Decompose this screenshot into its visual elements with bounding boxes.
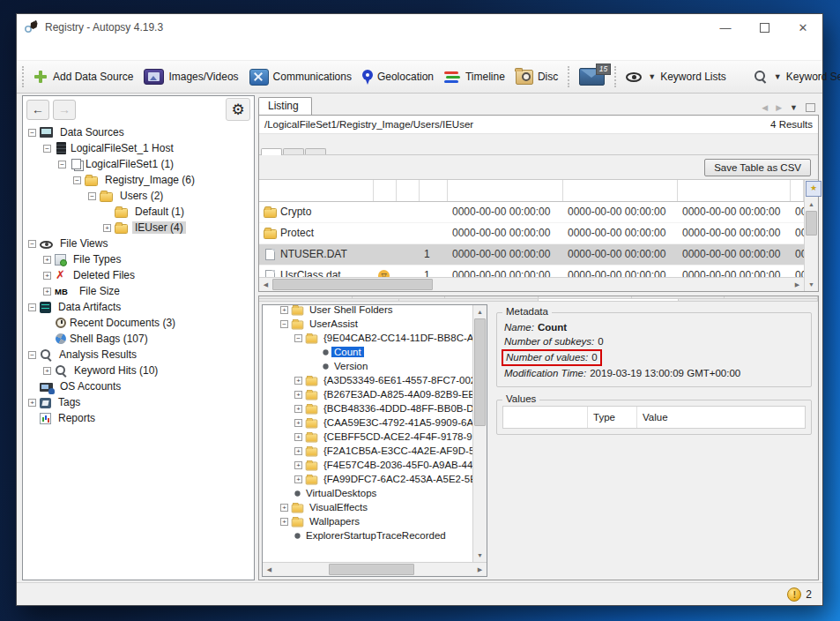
- tree-item[interactable]: − Registry_Image (6): [23, 172, 254, 188]
- menu-item[interactable]: [26, 49, 41, 52]
- expander-icon[interactable]: +: [294, 461, 302, 469]
- tree-item[interactable]: − Data Sources: [23, 124, 254, 140]
- column-header[interactable]: [259, 180, 374, 201]
- tab-list-dropdown-icon[interactable]: ▼: [790, 103, 798, 112]
- expander-icon[interactable]: +: [294, 433, 302, 441]
- viewer-tab[interactable]: [399, 299, 539, 301]
- table-options-icon[interactable]: ★: [806, 181, 821, 197]
- registry-tree-horizontal-scrollbar[interactable]: ◀▶: [263, 562, 487, 576]
- menu-item[interactable]: [57, 49, 73, 52]
- registry-tree-item[interactable]: + {B267E3AD-A825-4A09-82B9-EEC2: [263, 387, 472, 401]
- scroll-tabs-right-icon[interactable]: ▶: [776, 103, 782, 112]
- registry-tree-item[interactable]: + {CEBFF5CD-ACE2-4F4F-9178-9926: [263, 430, 472, 444]
- expander-icon[interactable]: −: [280, 320, 288, 328]
- viewer-tab[interactable]: [259, 296, 353, 298]
- menu-item[interactable]: [41, 49, 57, 52]
- view-tab[interactable]: [261, 148, 282, 155]
- view-tab[interactable]: [283, 148, 304, 154]
- table-row[interactable]: UsrClass.dat ▽ 1 0000-00-00 00:00:00 000…: [259, 266, 804, 277]
- warning-badge-icon[interactable]: !: [787, 587, 801, 602]
- expander-icon[interactable]: +: [28, 399, 36, 407]
- toolbar-button[interactable]: Add Data Source: [27, 66, 138, 87]
- column-header[interactable]: [374, 180, 397, 201]
- expander-icon[interactable]: +: [43, 367, 51, 375]
- viewer-tab[interactable]: [539, 299, 679, 301]
- expander-icon[interactable]: +: [294, 405, 302, 413]
- tree-item[interactable]: + IEUser (4): [23, 220, 254, 236]
- tree-item[interactable]: + File Types: [23, 251, 254, 267]
- menu-item[interactable]: [89, 49, 105, 52]
- keyword-search-button[interactable]: ▼ Keyword Search: [749, 68, 840, 86]
- column-header[interactable]: [397, 180, 420, 201]
- expander-icon[interactable]: −: [28, 240, 36, 248]
- forward-button[interactable]: →: [53, 100, 76, 120]
- column-header[interactable]: [448, 180, 563, 201]
- toolbar-button[interactable]: Timeline: [439, 68, 510, 86]
- maximize-panel-icon[interactable]: [806, 103, 815, 112]
- expander-icon[interactable]: +: [294, 447, 302, 455]
- tree-item[interactable]: − LogicalFileSet1 (1): [23, 156, 254, 172]
- registry-tree-item[interactable]: + {BCB48336-4DDD-48FF-BB0B-D319: [263, 401, 472, 415]
- maximize-button[interactable]: [745, 14, 784, 41]
- tree-item[interactable]: + File Size: [23, 283, 254, 299]
- registry-tree-item[interactable]: − {9E04CAB2-CC14-11DF-BB8C-A2F: [263, 331, 472, 345]
- table-row[interactable]: Crypto ▽ 0000-00-00 00:00:00 0000-00-00 …: [259, 202, 804, 223]
- horizontal-scrollbar[interactable]: ◀▶: [259, 277, 804, 291]
- expander-icon[interactable]: −: [43, 145, 51, 153]
- viewer-tab[interactable]: [259, 299, 399, 301]
- expander-icon[interactable]: +: [43, 288, 51, 296]
- registry-tree-item[interactable]: Version: [263, 359, 472, 373]
- expander-icon[interactable]: −: [28, 351, 36, 359]
- column-header[interactable]: [678, 180, 791, 201]
- toolbar-button[interactable]: Images/Videos: [138, 66, 243, 87]
- expander-icon[interactable]: −: [28, 303, 36, 311]
- column-header[interactable]: [791, 180, 804, 201]
- minimize-button[interactable]: —: [706, 14, 745, 41]
- expander-icon[interactable]: +: [103, 224, 111, 232]
- tree-item[interactable]: Recent Documents (3): [23, 315, 254, 331]
- tree-options-gear-icon[interactable]: ⚙: [226, 98, 250, 121]
- table-row[interactable]: Protect ▽ 0000-00-00 00:00:00 0000-00-00…: [259, 223, 804, 244]
- registry-tree-vertical-scrollbar[interactable]: ▲ ▼: [472, 305, 487, 562]
- view-tab[interactable]: [305, 148, 326, 154]
- listing-tab[interactable]: Listing: [258, 97, 312, 115]
- viewer-tab[interactable]: [725, 296, 818, 298]
- toolbar-button[interactable]: Geolocation: [357, 67, 439, 87]
- registry-tree-item[interactable]: VirtualDesktops: [263, 486, 472, 500]
- scroll-tabs-left-icon[interactable]: ◀: [762, 103, 768, 112]
- expander-icon[interactable]: +: [280, 306, 288, 314]
- registry-tree-item[interactable]: − UserAssist: [263, 317, 472, 331]
- close-button[interactable]: ✕: [784, 14, 822, 41]
- expander-icon[interactable]: +: [43, 256, 51, 264]
- tree-item[interactable]: Shell Bags (107): [23, 331, 254, 347]
- messages-button[interactable]: 15: [574, 65, 610, 88]
- keyword-lists-button[interactable]: ▼ Keyword Lists: [621, 68, 732, 86]
- registry-tree-item[interactable]: + {F4E57C4B-2036-45F0-A9AB-443B: [263, 458, 472, 472]
- tree-item[interactable]: OS Accounts: [23, 378, 254, 394]
- vertical-scrollbar[interactable]: ★ ▲ ▼: [804, 180, 818, 291]
- expander-icon[interactable]: +: [43, 272, 51, 280]
- registry-tree-item[interactable]: ExplorerStartupTraceRecorded: [263, 528, 472, 542]
- expander-icon[interactable]: +: [280, 518, 288, 526]
- table-row[interactable]: NTUSER.DAT ▽ 1 0000-00-00 00:00:00 0000-…: [259, 244, 804, 266]
- expander-icon[interactable]: +: [294, 391, 302, 399]
- viewer-tab[interactable]: [539, 296, 632, 298]
- viewer-tab[interactable]: [353, 296, 446, 298]
- tree-item[interactable]: Reports: [23, 410, 254, 426]
- viewer-tab[interactable]: [445, 296, 539, 298]
- registry-tree-item[interactable]: + {CAA59E3C-4792-41A5-9909-6A6A: [263, 415, 472, 430]
- save-table-as-csv-button[interactable]: Save Table as CSV: [704, 159, 811, 176]
- expander-icon[interactable]: +: [294, 377, 302, 385]
- registry-tree-item[interactable]: + User Shell Folders: [263, 303, 472, 317]
- expander-icon[interactable]: −: [28, 129, 36, 137]
- registry-tree-item[interactable]: + Wallpapers: [263, 514, 472, 528]
- values-column-name-header[interactable]: [503, 407, 588, 428]
- registry-tree-item[interactable]: Count: [263, 345, 472, 359]
- column-header[interactable]: [563, 180, 678, 201]
- expander-icon[interactable]: +: [294, 475, 302, 483]
- registry-tree-item[interactable]: + {A3D53349-6E61-4557-8FC7-0028: [263, 373, 472, 387]
- expander-icon[interactable]: +: [294, 419, 302, 427]
- column-header[interactable]: [420, 180, 448, 201]
- tree-item[interactable]: + Tags: [23, 394, 254, 410]
- registry-tree-item[interactable]: + VisualEffects: [263, 500, 472, 514]
